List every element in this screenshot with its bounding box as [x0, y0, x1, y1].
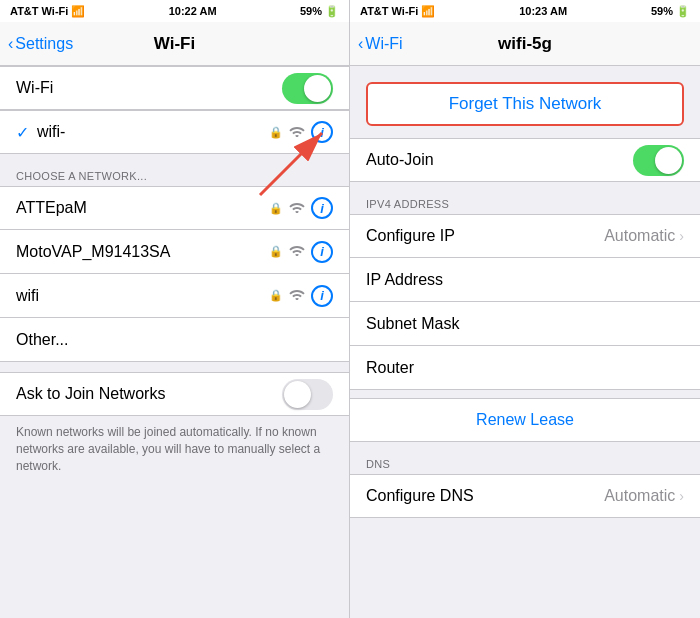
gap-1 [0, 362, 349, 372]
configure-ip-chevron: › [679, 228, 684, 244]
nav-bar-left: ‹ Settings Wi-Fi [0, 22, 349, 66]
subnet-mask-label: Subnet Mask [366, 315, 684, 333]
info-button-connected[interactable]: i [311, 121, 333, 143]
network-icons-1: 🔒 i [269, 241, 333, 263]
network-row-attepa: ATTEpaM 🔒 i [0, 186, 349, 230]
configure-ip-value: Automatic › [604, 227, 684, 245]
back-chevron-right: ‹ [358, 35, 363, 53]
wifi-toggle-row: Wi-Fi [0, 66, 349, 110]
wifi-toggle-thumb [304, 75, 331, 102]
configure-dns-row[interactable]: Configure DNS Automatic › [350, 474, 700, 518]
time-right: 10:23 AM [519, 5, 567, 17]
battery-icon-right: 🔋 [676, 5, 690, 18]
autojoin-label: Auto-Join [366, 151, 633, 169]
ipv4-section: IPV4 ADDRESS Configure IP Automatic › IP… [350, 190, 700, 390]
battery-icon-left: 🔋 [325, 5, 339, 18]
configure-dns-text: Automatic [604, 487, 675, 505]
network-row-wifi: wifi 🔒 i [0, 274, 349, 318]
dns-section-header: DNS [350, 450, 700, 474]
forget-button[interactable]: Forget This Network [366, 82, 684, 126]
forget-section: Forget This Network [350, 70, 700, 138]
right-panel: AT&T Wi-Fi 📶 10:23 AM 59% 🔋 ‹ Wi-Fi wifi… [350, 0, 700, 618]
configure-dns-label: Configure DNS [366, 487, 604, 505]
nav-bar-right: ‹ Wi-Fi wifi-5g [350, 22, 700, 66]
left-panel: AT&T Wi-Fi 📶 10:22 AM 59% 🔋 ‹ Settings W… [0, 0, 350, 618]
back-label-right: Wi-Fi [365, 35, 402, 53]
lock-icon: 🔒 [269, 126, 283, 139]
configure-ip-label: Configure IP [366, 227, 604, 245]
status-left-right: AT&T Wi-Fi 📶 [360, 5, 435, 18]
ask-to-join-label: Ask to Join Networks [16, 385, 282, 403]
status-left: AT&T Wi-Fi 📶 [10, 5, 85, 18]
ip-address-row: IP Address [350, 258, 700, 302]
back-chevron-left: ‹ [8, 35, 13, 53]
time-left: 10:22 AM [169, 5, 217, 17]
lock-icon-2: 🔒 [269, 289, 283, 302]
ipv4-section-header: IPV4 ADDRESS [350, 190, 700, 214]
autojoin-toggle-thumb [655, 147, 682, 174]
nav-title-left: Wi-Fi [154, 34, 195, 54]
renew-lease-row[interactable]: Renew Lease [350, 398, 700, 442]
status-bar-right: AT&T Wi-Fi 📶 10:23 AM 59% 🔋 [350, 0, 700, 22]
wifi-signal-left: 📶 [71, 5, 85, 18]
choose-network-header: CHOOSE A NETWORK... [0, 162, 349, 186]
back-button-right[interactable]: ‹ Wi-Fi [358, 35, 403, 53]
dns-section: DNS Configure DNS Automatic › [350, 450, 700, 518]
back-label-left: Settings [15, 35, 73, 53]
connected-network-name: wifi- [37, 123, 269, 141]
network-name-other: Other... [16, 331, 333, 349]
footer-text: Known networks will be joined automatica… [0, 416, 349, 482]
back-button-left[interactable]: ‹ Settings [8, 35, 73, 53]
configure-dns-value: Automatic › [604, 487, 684, 505]
nav-title-right: wifi-5g [498, 34, 552, 54]
battery-right: 59% [651, 5, 673, 17]
status-right-left: 59% 🔋 [300, 5, 339, 18]
network-row-other[interactable]: Other... [0, 318, 349, 362]
autojoin-row: Auto-Join [350, 138, 700, 182]
wifi-icon-0 [289, 201, 305, 216]
status-bar-left: AT&T Wi-Fi 📶 10:22 AM 59% 🔋 [0, 0, 349, 22]
network-list: ATTEpaM 🔒 i MotoVAP_M91413SA [0, 186, 349, 362]
network-icons: 🔒 i [269, 121, 333, 143]
autojoin-toggle[interactable] [633, 145, 684, 176]
ip-address-label: IP Address [366, 271, 684, 289]
ask-to-join-toggle[interactable] [282, 379, 333, 410]
checkmark-icon: ✓ [16, 123, 29, 142]
connected-network-row: ✓ wifi- 🔒 i [0, 110, 349, 154]
status-right-right: 59% 🔋 [651, 5, 690, 18]
network-icons-2: 🔒 i [269, 285, 333, 307]
network-name-moto: MotoVAP_M91413SA [16, 243, 269, 261]
renew-section: Renew Lease [350, 398, 700, 442]
info-button-1[interactable]: i [311, 241, 333, 263]
autojoin-section: Auto-Join [350, 138, 700, 182]
network-icons-0: 🔒 i [269, 197, 333, 219]
network-list-section: CHOOSE A NETWORK... ATTEpaM 🔒 i [0, 162, 349, 362]
info-button-2[interactable]: i [311, 285, 333, 307]
subnet-mask-row: Subnet Mask [350, 302, 700, 346]
ask-to-join-row: Ask to Join Networks [0, 372, 349, 416]
carrier-left: AT&T Wi-Fi [10, 5, 68, 17]
info-button-0[interactable]: i [311, 197, 333, 219]
network-name-attepa: ATTEpaM [16, 199, 269, 217]
network-name-wifi: wifi [16, 287, 269, 305]
configure-ip-row[interactable]: Configure IP Automatic › [350, 214, 700, 258]
ask-to-join-toggle-thumb [284, 381, 311, 408]
network-row-moto: MotoVAP_M91413SA 🔒 i [0, 230, 349, 274]
configure-dns-chevron: › [679, 488, 684, 504]
wifi-label: Wi-Fi [16, 79, 282, 97]
lock-icon-1: 🔒 [269, 245, 283, 258]
router-label: Router [366, 359, 684, 377]
configure-ip-text: Automatic [604, 227, 675, 245]
ask-to-join-section: Ask to Join Networks Known networks will… [0, 372, 349, 482]
battery-left: 59% [300, 5, 322, 17]
carrier-right: AT&T Wi-Fi [360, 5, 418, 17]
wifi-bars-icon [289, 125, 305, 140]
wifi-signal-right: 📶 [421, 5, 435, 18]
router-row: Router [350, 346, 700, 390]
lock-icon-0: 🔒 [269, 202, 283, 215]
wifi-icon-2 [289, 288, 305, 303]
wifi-icon-1 [289, 244, 305, 259]
wifi-toggle[interactable] [282, 73, 333, 104]
renew-lease-label: Renew Lease [476, 411, 574, 429]
